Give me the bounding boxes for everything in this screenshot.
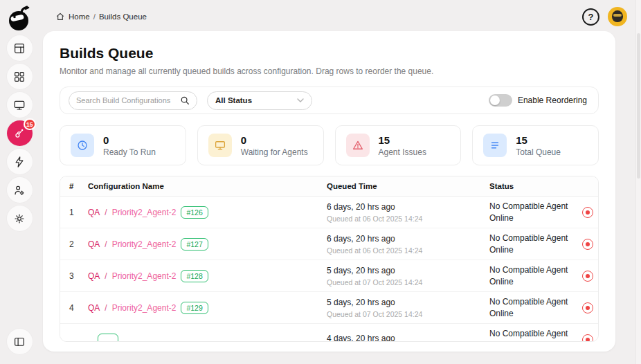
config-link[interactable]: Priority2_Agent-2: [112, 239, 177, 249]
sidebar-item-users[interactable]: [7, 177, 33, 203]
filter-bar: All Status Enable Reordering: [60, 87, 599, 114]
enable-reordering-toggle[interactable]: [489, 94, 512, 107]
stop-build-button[interactable]: [582, 302, 593, 313]
queued-time-absolute: Queued at 06 Oct 2025 14:24: [327, 246, 489, 255]
sidebar-item-settings[interactable]: [7, 206, 33, 231]
breadcrumb-separator: /: [93, 12, 96, 21]
stop-build-button[interactable]: [582, 334, 593, 343]
build-number-badge[interactable]: [98, 334, 118, 342]
stat-agent-issues: 15 Agent Issues: [335, 125, 462, 165]
table-row: 2 QA / Priority2_Agent-2 #127 6 days, 20…: [60, 228, 598, 260]
monitor-icon: [208, 134, 232, 157]
build-number-badge[interactable]: #126: [181, 206, 208, 219]
stop-icon: [586, 242, 590, 246]
build-number-badge[interactable]: #129: [181, 302, 208, 314]
stop-icon: [586, 274, 590, 278]
column-header-index: #: [60, 182, 88, 190]
stat-waiting-for-agents: 0 Waiting for Agents: [197, 125, 324, 165]
project-link[interactable]: QA: [88, 271, 100, 281]
breadcrumb-current: Builds Queue: [99, 12, 147, 21]
table-row: 4 days, 20 hrs ago No Compatible Agent O…: [60, 324, 598, 342]
stat-ready-to-run: 0 Ready To Run: [60, 125, 186, 165]
queued-time-absolute: Queued at 06 Oct 2025 14:24: [327, 215, 489, 223]
builds-queue-table: # Configuration Name Queued Time Status …: [60, 176, 599, 342]
search-icon: [180, 95, 190, 105]
stop-icon: [586, 210, 590, 215]
status-text: No Compatible Agent Online: [489, 264, 577, 286]
page-title: Builds Queue: [60, 45, 599, 62]
stat-value: 0: [103, 134, 156, 146]
sidebar-item-dashboard[interactable]: [7, 35, 33, 61]
topbar: Home / Builds Queue ?: [39, 0, 641, 33]
build-number-badge[interactable]: #127: [181, 238, 208, 251]
status-text: No Compatible Agent Online: [489, 201, 577, 223]
build-number-badge[interactable]: #128: [181, 270, 208, 282]
status-filter-value: All Status: [215, 96, 252, 104]
stop-icon: [586, 338, 590, 342]
page-subtitle: Monitor and manage all currently queued …: [60, 66, 599, 76]
project-link[interactable]: QA: [88, 303, 100, 313]
monitor-icon: [13, 99, 26, 111]
user-gear-icon: [13, 184, 26, 197]
sidebar-item-projects[interactable]: [7, 64, 33, 89]
scrollbar-thumb[interactable]: [637, 33, 640, 179]
config-link[interactable]: Priority2_Agent-2: [112, 303, 177, 313]
sidebar-item-agents[interactable]: [7, 92, 33, 118]
status-filter-select[interactable]: All Status: [207, 91, 312, 110]
stat-label: Ready To Run: [103, 147, 156, 157]
queued-time-relative: 6 days, 20 hrs ago: [327, 202, 489, 212]
stat-value: 0: [241, 134, 308, 146]
config-link[interactable]: Priority2_Agent-2: [112, 208, 177, 217]
name-separator: /: [105, 208, 107, 217]
table-row: 3 QA / Priority2_Agent-2 #128 5 days, 20…: [60, 260, 598, 292]
stat-value: 15: [516, 134, 561, 146]
queued-time-relative: 5 days, 20 hrs ago: [327, 266, 489, 275]
config-link[interactable]: Priority2_Agent-2: [112, 271, 177, 281]
stat-label: Waiting for Agents: [241, 147, 308, 157]
row-index: 2: [60, 239, 88, 249]
sidebar-item-quick-actions[interactable]: [7, 149, 33, 174]
status-text: No Compatible Agent Online: [489, 296, 577, 318]
avatar-ninja-icon: [612, 10, 623, 22]
panel-left-icon: [13, 336, 26, 348]
table-header-row: # Configuration Name Queued Time Status: [60, 176, 598, 197]
layout-icon: [13, 42, 26, 55]
lightning-icon: [13, 156, 26, 168]
name-separator: /: [105, 239, 107, 249]
queued-time-relative: 4 days, 20 hrs ago: [327, 334, 489, 343]
gear-icon: [13, 212, 26, 225]
stat-total-queue: 15 Total Queue: [472, 125, 599, 165]
search-box[interactable]: [69, 91, 197, 110]
breadcrumb: Home / Builds Queue: [55, 12, 147, 21]
sidebar-item-builds-queue[interactable]: 15: [7, 120, 33, 146]
search-input[interactable]: [76, 96, 180, 104]
queued-time-absolute: Queued at 07 Oct 2025 14:24: [327, 278, 489, 286]
project-link[interactable]: QA: [88, 208, 100, 217]
name-separator: /: [105, 303, 107, 313]
page-scrollbar[interactable]: [635, 0, 641, 364]
stats-row: 0 Ready To Run 0 Waiting for Agents: [60, 125, 599, 165]
queued-time-relative: 6 days, 20 hrs ago: [327, 234, 489, 244]
ninja-logo-icon: [6, 5, 33, 33]
help-button[interactable]: ?: [582, 8, 599, 26]
question-mark-icon: ?: [588, 12, 594, 22]
app-logo[interactable]: [6, 5, 33, 33]
sidebar-collapse-button[interactable]: [7, 329, 33, 354]
stop-build-button[interactable]: [582, 271, 593, 282]
stop-build-button[interactable]: [582, 239, 593, 250]
project-link[interactable]: QA: [88, 239, 100, 249]
sidebar: 15: [0, 0, 39, 364]
clock-icon: [71, 134, 94, 157]
column-header-configuration: Configuration Name: [88, 182, 327, 190]
chevron-down-icon: [297, 98, 304, 102]
queued-time-relative: 5 days, 20 hrs ago: [327, 298, 489, 307]
status-text: No Compatible Agent Online: [489, 233, 577, 255]
row-index: 3: [60, 271, 88, 281]
queued-time-absolute: Queued at 07 Oct 2025 14:24: [327, 310, 489, 318]
list-icon: [483, 134, 507, 157]
home-icon: [55, 12, 65, 21]
user-avatar[interactable]: [608, 7, 627, 26]
stop-build-button[interactable]: [582, 207, 593, 218]
stop-icon: [586, 306, 590, 310]
breadcrumb-home[interactable]: Home: [69, 12, 90, 21]
